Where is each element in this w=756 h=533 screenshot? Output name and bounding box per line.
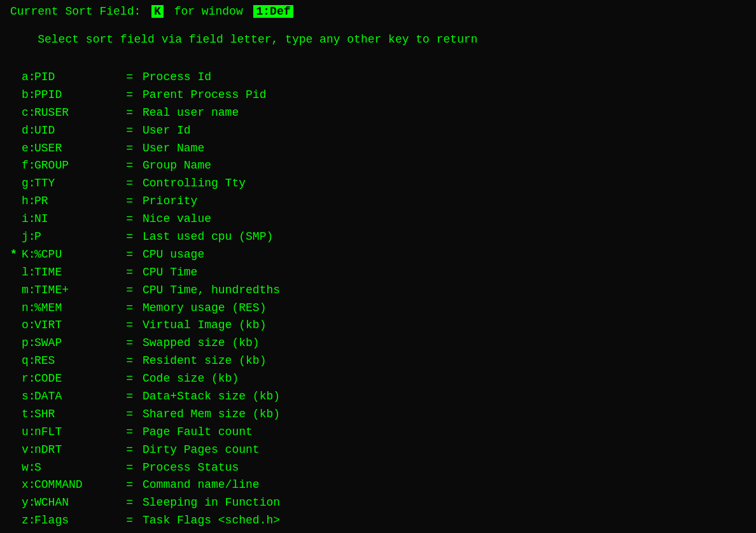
field-item-t: t:SHR = Shared Mem size (kb) xyxy=(10,406,746,424)
field-item-p: p:SWAP = Swapped size (kb) xyxy=(10,335,746,352)
field-letter-w[interactable]: w: xyxy=(22,459,34,477)
field-letter-v[interactable]: v: xyxy=(22,441,34,459)
field-item-s: s:DATA = Data+Stack size (kb) xyxy=(10,388,746,406)
field-equals: = xyxy=(123,459,143,477)
field-item-f: f:GROUP = Group Name xyxy=(10,157,746,175)
field-letter-t[interactable]: t: xyxy=(22,406,34,424)
field-col-name-n: %MEM xyxy=(34,300,123,317)
field-letter-p[interactable]: p: xyxy=(22,335,34,352)
field-description-w: Process Status xyxy=(143,459,239,477)
field-col-name-m: TIME+ xyxy=(34,282,123,300)
field-letter-d[interactable]: d: xyxy=(22,122,34,140)
field-letter-f[interactable]: f: xyxy=(22,157,34,175)
field-description-h: Priority xyxy=(143,193,197,211)
field-letter-l[interactable]: l: xyxy=(22,264,34,282)
field-item-l: l:TIME = CPU Time xyxy=(10,264,746,282)
field-letter-b[interactable]: b: xyxy=(22,87,34,104)
field-equals: = xyxy=(123,335,143,352)
field-letter-n[interactable]: n: xyxy=(22,300,34,317)
field-col-name-d: UID xyxy=(34,122,123,140)
field-marker-e xyxy=(10,140,22,158)
field-description-u: Page Fault count xyxy=(143,424,253,441)
field-item-o: o:VIRT = Virtual Image (kb) xyxy=(10,317,746,335)
field-description-c: Real user name xyxy=(143,104,239,122)
field-equals: = xyxy=(123,104,143,122)
field-letter-q[interactable]: q: xyxy=(22,352,34,370)
field-letter-z[interactable]: z: xyxy=(22,512,34,530)
field-letter-i[interactable]: i: xyxy=(22,211,34,228)
field-description-e: User Name xyxy=(143,140,204,158)
field-item-y: y:WCHAN = Sleeping in Function xyxy=(10,494,746,512)
field-description-x: Command name/line xyxy=(143,476,260,494)
field-description-i: Nice value xyxy=(143,211,211,228)
field-equals: = xyxy=(123,300,143,317)
field-marker-w xyxy=(10,459,22,477)
field-col-name-h: PR xyxy=(34,193,123,211)
field-col-name-j: P xyxy=(34,228,123,246)
field-letter-o[interactable]: o: xyxy=(22,317,34,335)
field-letter-e[interactable]: e: xyxy=(22,140,34,158)
field-marker-o xyxy=(10,317,22,335)
field-marker-m xyxy=(10,282,22,300)
field-equals: = xyxy=(123,246,143,264)
field-marker-b xyxy=(10,87,22,104)
field-col-name-s: DATA xyxy=(34,388,123,406)
field-marker-q xyxy=(10,352,22,370)
field-col-name-q: RES xyxy=(34,352,123,370)
field-marker-v xyxy=(10,441,22,459)
field-equals: = xyxy=(123,175,143,193)
field-letter-g[interactable]: g: xyxy=(22,175,34,193)
field-description-q: Resident size (kb) xyxy=(143,352,266,370)
field-letter-x[interactable]: x: xyxy=(22,476,34,494)
field-item-d: d:UID = User Id xyxy=(10,122,746,140)
field-letter-h[interactable]: h: xyxy=(22,193,34,211)
field-marker-k: * xyxy=(10,246,22,264)
field-col-name-i: NI xyxy=(34,211,123,228)
field-letter-k[interactable]: K: xyxy=(22,246,34,264)
field-marker-n xyxy=(10,300,22,317)
field-item-m: m:TIME+ = CPU Time, hundredths xyxy=(10,282,746,300)
field-description-a: Process Id xyxy=(143,69,211,87)
header-instruction: Select sort field via field letter, type… xyxy=(10,20,746,59)
field-equals: = xyxy=(123,264,143,282)
field-letter-y[interactable]: y: xyxy=(22,494,34,512)
field-marker-i xyxy=(10,211,22,228)
field-description-z: Task Flags <sched.h> xyxy=(143,512,280,530)
field-col-name-p: SWAP xyxy=(34,335,123,352)
field-description-v: Dirty Pages count xyxy=(143,441,260,459)
field-equals: = xyxy=(123,140,143,158)
field-letter-r[interactable]: r: xyxy=(22,370,34,388)
field-equals: = xyxy=(123,352,143,370)
field-letter-m[interactable]: m: xyxy=(22,282,34,300)
field-item-n: n:%MEM = Memory usage (RES) xyxy=(10,300,746,317)
field-description-m: CPU Time, hundredths xyxy=(143,282,280,300)
field-item-v: v:nDRT = Dirty Pages count xyxy=(10,441,746,459)
field-equals: = xyxy=(123,228,143,246)
field-letter-a[interactable]: a: xyxy=(22,69,34,87)
field-item-q: q:RES = Resident size (kb) xyxy=(10,352,746,370)
field-letter-j[interactable]: j: xyxy=(22,228,34,246)
field-marker-z xyxy=(10,512,22,530)
field-col-name-r: CODE xyxy=(34,370,123,388)
field-col-name-y: WCHAN xyxy=(34,494,123,512)
field-equals: = xyxy=(123,211,143,228)
field-item-h: h:PR = Priority xyxy=(10,193,746,211)
header-prefix: Current Sort Field: xyxy=(10,5,148,18)
field-col-name-l: TIME xyxy=(34,264,123,282)
field-marker-f xyxy=(10,157,22,175)
field-marker-a xyxy=(10,69,22,87)
field-letter-c[interactable]: c: xyxy=(22,104,34,122)
field-letter-s[interactable]: s: xyxy=(22,388,34,406)
field-equals: = xyxy=(123,512,143,530)
field-description-j: Last used cpu (SMP) xyxy=(143,228,273,246)
current-key-highlight: K xyxy=(151,5,164,18)
field-letter-u[interactable]: u: xyxy=(22,424,34,441)
field-marker-x xyxy=(10,476,22,494)
field-marker-g xyxy=(10,175,22,193)
field-marker-c xyxy=(10,104,22,122)
terminal-window: Current Sort Field: K for window 1:Def S… xyxy=(10,5,746,533)
field-item-r: r:CODE = Code size (kb) xyxy=(10,370,746,388)
field-marker-h xyxy=(10,193,22,211)
field-item-a: a:PID = Process Id xyxy=(10,69,746,87)
field-item-c: c:RUSER = Real user name xyxy=(10,104,746,122)
